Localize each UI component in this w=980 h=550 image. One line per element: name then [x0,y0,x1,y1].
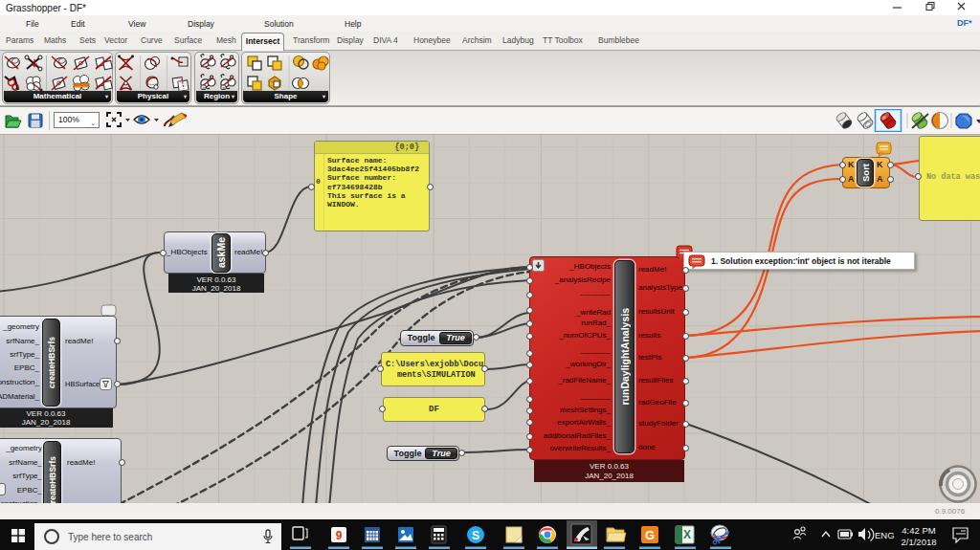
svg-text:ENG: ENG [875,530,895,540]
svg-text:S: S [472,529,479,542]
svg-text:G: G [645,528,655,542]
svg-text:4:42 PM: 4:42 PM [902,525,935,536]
svg-text:2/1/2018: 2/1/2018 [902,537,937,547]
svg-text:9: 9 [336,529,343,542]
svg-text:X: X [683,528,691,541]
